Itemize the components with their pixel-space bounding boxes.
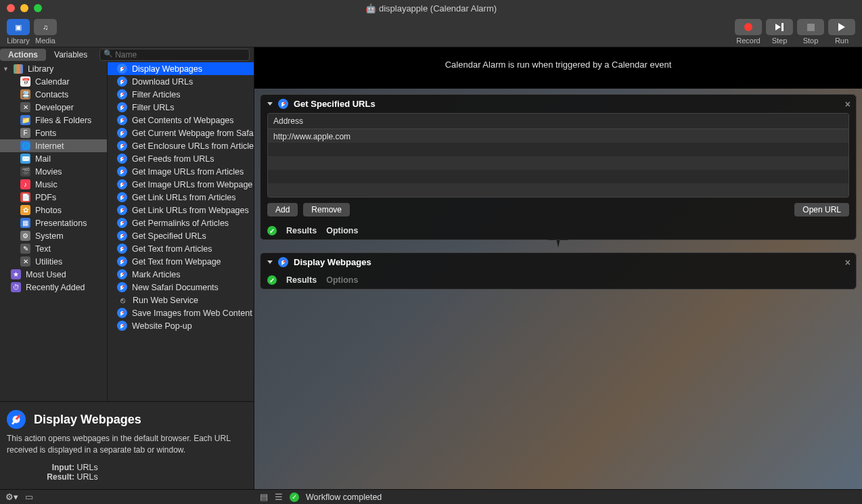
library-item-contacts[interactable]: 📇Contacts bbox=[0, 88, 107, 101]
safari-icon bbox=[278, 99, 288, 109]
action-display-webpages[interactable]: Display Webpages bbox=[108, 62, 254, 75]
action-run-web-service[interactable]: ⎋Run Web Service bbox=[108, 294, 254, 306]
library-item-text[interactable]: ✎Text bbox=[0, 242, 107, 255]
category-icon: ✿ bbox=[20, 205, 30, 215]
safari-icon bbox=[117, 141, 127, 151]
action-get-specified-urls[interactable]: Get Specified URLs × Address http://www.… bbox=[260, 94, 857, 240]
status-message: Workflow completed bbox=[306, 492, 382, 502]
safari-icon bbox=[117, 76, 127, 87]
action-get-image-urls-from-articles[interactable]: Get Image URLs from Articles bbox=[108, 165, 254, 178]
action-get-image-urls-from-webpage[interactable]: Get Image URLs from Webpage bbox=[108, 178, 254, 191]
zoom-window[interactable] bbox=[34, 4, 42, 12]
action-get-link-urls-from-webpages[interactable]: Get Link URLs from Webpages bbox=[108, 204, 254, 216]
workflow-log-icon[interactable]: ☰ bbox=[275, 492, 283, 502]
action-get-text-from-webpage[interactable]: Get Text from Webpage bbox=[108, 255, 254, 268]
library-item-pdfs[interactable]: 📄PDFs bbox=[0, 191, 107, 204]
safari-icon bbox=[117, 308, 127, 318]
action-mark-articles[interactable]: Mark Articles bbox=[108, 268, 254, 281]
options-tab[interactable]: Options bbox=[326, 275, 358, 285]
open-url-button[interactable]: Open URL bbox=[794, 203, 849, 216]
toolbar: ▣ Library ♫ Media Record Step Stop Run bbox=[0, 16, 862, 47]
action-get-feeds-from-urls[interactable]: Get Feeds from URLs bbox=[108, 152, 254, 165]
disclosure-icon[interactable] bbox=[267, 102, 273, 106]
library-item-movies[interactable]: 🎬Movies bbox=[0, 165, 107, 178]
step-button[interactable]: Step bbox=[766, 19, 793, 45]
record-button[interactable]: Record bbox=[735, 19, 762, 45]
search-input[interactable] bbox=[99, 49, 250, 61]
card-title-text: Display Webpages bbox=[294, 257, 371, 267]
library-column[interactable]: ▼Library📅Calendar📇Contacts✕Developer📁Fil… bbox=[0, 62, 107, 401]
close-window[interactable] bbox=[7, 4, 15, 12]
action-get-permalinks-of-articles[interactable]: Get Permalinks of Articles bbox=[108, 216, 254, 229]
variables-icon[interactable]: ▭ bbox=[25, 492, 33, 502]
library-item-most-used[interactable]: ★Most Used bbox=[0, 268, 107, 281]
info-result-label: Result: bbox=[7, 472, 74, 482]
action-get-enclosure-urls-from-articles[interactable]: Get Enclosure URLs from Articles bbox=[108, 139, 254, 152]
actions-column[interactable]: Display WebpagesDownload URLsFilter Arti… bbox=[107, 62, 254, 401]
table-row[interactable] bbox=[268, 156, 848, 170]
category-icon: 📅 bbox=[20, 76, 30, 87]
results-tab[interactable]: Results bbox=[286, 226, 317, 235]
library-header[interactable]: ▼Library bbox=[0, 62, 107, 75]
action-get-contents-of-webpages[interactable]: Get Contents of Webpages bbox=[108, 114, 254, 127]
safari-icon bbox=[117, 179, 127, 189]
action-get-text-from-articles[interactable]: Get Text from Articles bbox=[108, 242, 254, 255]
minimize-window[interactable] bbox=[20, 4, 28, 12]
stop-button[interactable]: Stop bbox=[797, 19, 824, 45]
log-icon[interactable]: ▤ bbox=[260, 492, 268, 502]
library-item-mail[interactable]: ✉️Mail bbox=[0, 152, 107, 165]
library-item-recently-added[interactable]: ⏱Recently Added bbox=[0, 281, 107, 294]
table-header[interactable]: Address bbox=[268, 114, 848, 129]
close-icon[interactable]: × bbox=[845, 99, 850, 110]
library-item-developer[interactable]: ✕Developer bbox=[0, 101, 107, 114]
action-filter-articles[interactable]: Filter Articles bbox=[108, 88, 254, 101]
tab-actions[interactable]: Actions bbox=[0, 49, 46, 61]
library-item-internet[interactable]: 🌐Internet bbox=[0, 139, 107, 152]
action-get-current-webpage-from-safari[interactable]: Get Current Webpage from Safari bbox=[108, 127, 254, 139]
info-input-value: URLs bbox=[76, 463, 97, 472]
safari-icon bbox=[117, 205, 127, 215]
action-save-images-from-web-content[interactable]: Save Images from Web Content bbox=[108, 306, 254, 319]
results-tab[interactable]: Results bbox=[286, 275, 317, 285]
card-title-text: Get Specified URLs bbox=[294, 99, 376, 109]
url-table[interactable]: Address http://www.apple.com bbox=[267, 113, 849, 198]
action-download-urls[interactable]: Download URLs bbox=[108, 75, 254, 88]
library-item-presentations[interactable]: ▦Presentations bbox=[0, 216, 107, 229]
action-get-link-urls-from-articles[interactable]: Get Link URLs from Articles bbox=[108, 191, 254, 204]
table-row[interactable]: http://www.apple.com bbox=[268, 129, 848, 143]
action-display-webpages[interactable]: Display Webpages × ✓ Results Options bbox=[260, 252, 857, 290]
media-toggle[interactable]: ♫ Media bbox=[34, 19, 57, 45]
tab-variables[interactable]: Variables bbox=[46, 49, 95, 61]
library-item-music[interactable]: ♪Music bbox=[0, 178, 107, 191]
library-item-system[interactable]: ⚙System bbox=[0, 229, 107, 242]
action-get-specified-urls[interactable]: Get Specified URLs bbox=[108, 229, 254, 242]
safari-icon bbox=[117, 115, 127, 125]
safari-icon bbox=[117, 102, 127, 112]
safari-icon bbox=[117, 256, 127, 267]
add-button[interactable]: Add bbox=[267, 203, 298, 216]
action-website-pop-up[interactable]: Website Pop-up bbox=[108, 319, 254, 332]
library-item-photos[interactable]: ✿Photos bbox=[0, 204, 107, 216]
category-icon: ♪ bbox=[20, 179, 30, 189]
gear-icon[interactable]: ⚙▾ bbox=[5, 492, 18, 502]
options-tab[interactable]: Options bbox=[326, 226, 358, 235]
table-row[interactable] bbox=[268, 170, 848, 183]
close-icon[interactable]: × bbox=[845, 257, 850, 268]
safari-icon bbox=[7, 410, 26, 429]
library-item-calendar[interactable]: 📅Calendar bbox=[0, 75, 107, 88]
remove-button[interactable]: Remove bbox=[303, 203, 350, 216]
category-icon: ✉️ bbox=[20, 154, 30, 164]
library-toggle[interactable]: ▣ Library bbox=[7, 19, 30, 45]
disclosure-icon[interactable] bbox=[267, 260, 273, 264]
action-filter-urls[interactable]: Filter URLs bbox=[108, 101, 254, 114]
run-button[interactable]: Run bbox=[828, 19, 855, 45]
table-row[interactable] bbox=[268, 183, 848, 197]
library-item-utilities[interactable]: ✕Utilities bbox=[0, 255, 107, 268]
statusbar: ⚙▾ ▭ ▤ ☰ ✓ Workflow completed bbox=[0, 489, 862, 504]
workflow-canvas[interactable]: Calendar Alarm is run when triggered by … bbox=[254, 47, 862, 489]
table-row[interactable] bbox=[268, 143, 848, 156]
library-item-fonts[interactable]: FFonts bbox=[0, 127, 107, 139]
action-new-safari-documents[interactable]: New Safari Documents bbox=[108, 281, 254, 294]
library-item-files-folders[interactable]: 📁Files & Folders bbox=[0, 114, 107, 127]
record-icon bbox=[744, 23, 752, 31]
